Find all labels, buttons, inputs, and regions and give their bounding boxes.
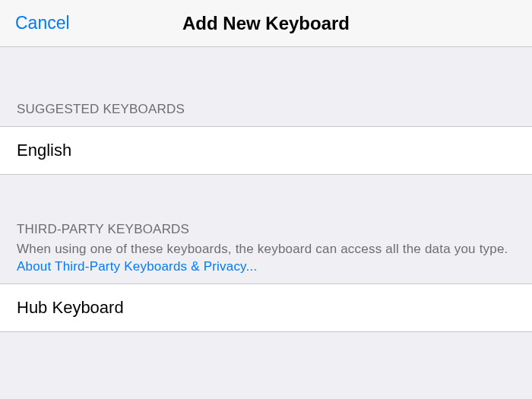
section-header-thirdparty-title: Third-Party Keyboards bbox=[17, 220, 515, 239]
keyboard-row-hub[interactable]: Hub Keyboard bbox=[0, 283, 532, 332]
keyboard-row-english[interactable]: English bbox=[0, 126, 532, 175]
section-header-thirdparty-description: When using one of these keyboards, the k… bbox=[17, 242, 508, 256]
cancel-button[interactable]: Cancel bbox=[15, 13, 70, 33]
page-title: Add New Keyboard bbox=[182, 13, 350, 34]
privacy-link[interactable]: About Third-Party Keyboards & Privacy... bbox=[17, 259, 257, 274]
section-header-suggested: Suggested Keyboards bbox=[0, 47, 532, 126]
navigation-bar: Cancel Add New Keyboard bbox=[0, 0, 532, 47]
section-header-thirdparty: Third-Party Keyboards When using one of … bbox=[0, 175, 532, 283]
